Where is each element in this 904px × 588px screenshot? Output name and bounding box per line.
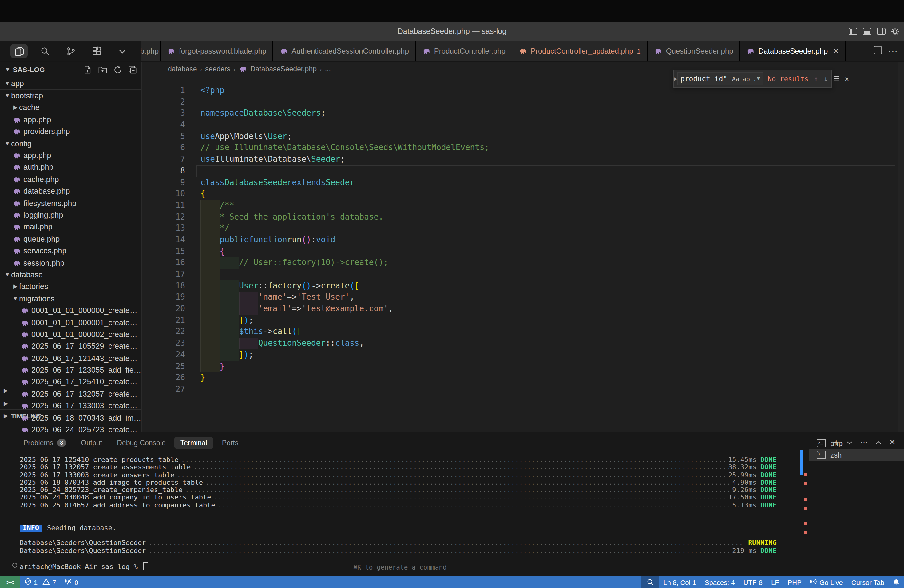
tab-productcontroller-updated-php[interactable]: ProductController_updated.php1 [512,41,648,61]
split-editor-icon[interactable] [874,46,882,57]
sidebar-section-collapsed-1[interactable]: ▶ [0,384,141,397]
close-icon[interactable]: ✕ [833,47,839,55]
chevron-down-icon[interactable]: ▼ [5,66,11,73]
file-app-php[interactable]: app.php [0,114,141,126]
file-auth-php[interactable]: auth.php [0,161,141,174]
remote-indicator[interactable]: >< [0,576,20,588]
customize-layout-icon[interactable] [891,27,899,35]
eol-sequence[interactable]: LF [767,576,784,588]
next-match-icon[interactable]: ↓ [824,75,828,83]
file-queue-php[interactable]: queue.php [0,233,141,245]
folder-database[interactable]: ▼database [0,269,141,281]
file-2025-06-17-121443-create-questions-[interactable]: 2025_06_17_121443_create_questions... [0,352,141,364]
collapse-all-icon[interactable] [128,65,136,74]
file-cache-php[interactable]: cache.php [0,174,141,185]
layout-sidebar-left-icon[interactable] [849,28,857,35]
maximize-panel-icon[interactable] [876,438,881,447]
folder-config[interactable]: ▼config [0,138,141,150]
file-0001-01-01-000000-create-users-ta-[interactable]: 0001_01_01_000000_create_users_ta... [0,305,141,317]
cursor-tab-status[interactable]: Cursor Tab [847,576,889,588]
breadcrumb-item[interactable]: database [168,65,197,73]
tab-forgot-password-blade-php[interactable]: forgot-password.blade.php [161,41,273,61]
line-number: 10 [142,188,201,199]
go-live-button[interactable]: Go Live [806,576,847,588]
tab-label: ProductController_updated.php [531,47,634,55]
files-icon[interactable] [11,44,28,58]
indentation[interactable]: Spaces: 4 [700,576,739,588]
terminal-label: zsh [830,450,842,459]
tab-b-php[interactable]: b.php [141,41,161,61]
match-case-icon[interactable]: Aa [732,75,740,82]
new-folder-icon[interactable] [98,65,107,74]
close-icon[interactable]: ✕ [845,75,849,83]
source-control-icon[interactable] [62,44,79,58]
cursor-position[interactable]: Ln 8, Col 1 [659,576,700,588]
scrollbar-thumb[interactable] [800,450,803,475]
whole-word-icon[interactable]: ab [743,75,750,82]
code-editor[interactable]: 1<?php23namespace Database\Seeders;45use… [142,76,904,432]
file-providers-php[interactable]: providers.php [0,126,141,138]
panel-tab-problems[interactable]: Problems8 [17,436,72,449]
close-panel-icon[interactable]: ✕ [889,438,895,447]
ports-status[interactable]: 0 [60,576,83,588]
file-2025-06-17-123055-add-fields-to-u-[interactable]: 2025_06_17_123055_add_fields_to_u... [0,364,141,376]
file-0001-01-01-000001-create-cache-ta-[interactable]: 0001_01_01_000001_create_cache_ta... [0,317,141,329]
editor-scrollbar[interactable] [898,62,904,432]
tab-questionseeder-php[interactable]: QuestionSeeder.php [648,41,740,61]
file-filesystems-php[interactable]: filesystems.php [0,198,141,209]
toggle-replace-chevron-icon[interactable]: ▶ [674,76,677,82]
duration: 38.32ms [728,464,757,472]
terminal-instance-zsh[interactable]: ❯_zsh [809,449,904,461]
search-icon[interactable] [36,44,54,58]
layout-sidebar-right-icon[interactable] [877,28,885,35]
prev-match-icon[interactable]: ↑ [814,75,818,83]
file-app-php[interactable]: app.php [0,150,141,162]
panel-tab-ports[interactable]: Ports [216,436,245,449]
find-in-selection-icon[interactable]: ☰ [833,75,839,83]
new-file-icon[interactable] [84,65,92,74]
php-elephant-icon [239,65,247,73]
problems-status[interactable]: 1 7 [20,576,60,588]
code-token: use [201,154,215,165]
file-services-php[interactable]: services.php [0,245,141,257]
folder-bootstrap[interactable]: ▼bootstrap [0,90,141,102]
file-2025-06-24-025723-create-compan-[interactable]: 2025_06_24_025723_create_compan... [0,424,141,432]
folder-factories[interactable]: ▶factories [0,281,141,293]
refresh-icon[interactable] [114,65,122,74]
tab-productcontroller-php[interactable]: ProductController.php [416,41,512,61]
panel-tab-output[interactable]: Output [75,436,108,449]
tab-authenticatedsessioncontroller-php[interactable]: AuthenticatedSessionController.php [273,41,416,61]
file-logging-php[interactable]: logging.php [0,209,141,221]
breadcrumb-item[interactable]: DatabaseSeeder.php [250,65,317,73]
folder-cache[interactable]: ▶cache [0,102,141,114]
sidebar-section-collapsed-2[interactable]: ▶ [0,397,141,409]
tab-databaseseeder-php[interactable]: DatabaseSeeder.php✕ [740,41,846,61]
layout-panel-icon[interactable] [863,28,871,35]
file-2025-06-17-105529-create-question-[interactable]: 2025_06_17_105529_create_question... [0,340,141,352]
sidebar-section-timeline[interactable]: ▶ TIMELINE [0,409,141,422]
file-0001-01-01-000002-create-jobs-tab-[interactable]: 0001_01_01_000002_create_jobs_tab... [0,329,141,340]
find-input[interactable]: product_id" v Aa ab .* [677,72,763,85]
file-mail-php[interactable]: mail.php [0,221,141,233]
terminal[interactable]: 2025_06_17_125410_create_products_table.… [0,453,800,576]
breadcrumb-item[interactable]: ... [325,65,331,73]
language-mode[interactable]: PHP [784,576,806,588]
extensions-icon[interactable] [88,44,105,58]
breadcrumb-item[interactable]: seeders [205,65,230,73]
file-database-php[interactable]: database.php [0,185,141,198]
chevron-down-icon[interactable] [114,44,131,58]
regex-icon[interactable]: .* [753,75,760,82]
folder-app[interactable]: ▼app [0,77,141,90]
folder-migrations[interactable]: ▼migrations [0,293,141,305]
file-session-php[interactable]: session.php [0,257,141,269]
bell-icon[interactable] [889,576,904,588]
more-actions-icon[interactable]: ⋯ [888,45,898,57]
code-line: 13 */ [142,223,904,234]
search-status[interactable] [641,576,659,588]
panel-tab-debug-console[interactable]: Debug Console [111,436,172,449]
encoding[interactable]: UTF-8 [739,576,767,588]
panel-tab-terminal[interactable]: Terminal [174,436,213,449]
launch-profile-chevron-icon[interactable] [847,438,852,447]
new-terminal-icon[interactable]: + [834,437,839,447]
more-actions-icon[interactable]: ⋯ [860,438,868,447]
